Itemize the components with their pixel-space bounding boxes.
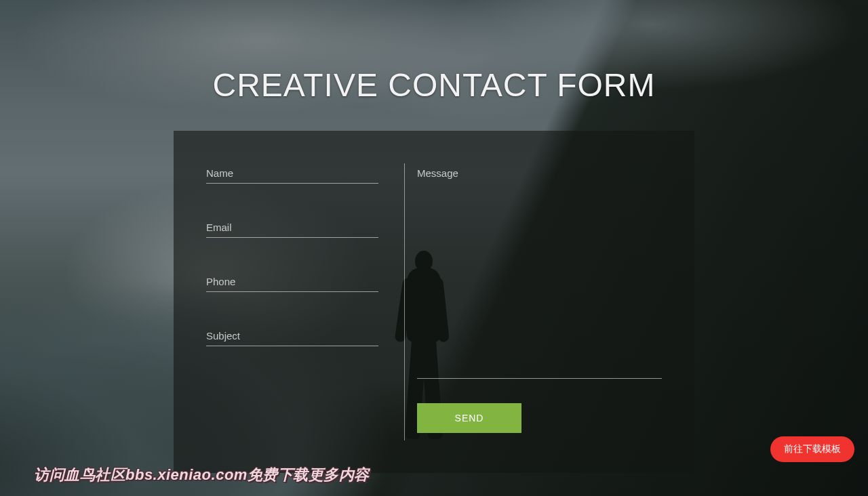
contact-card: SEND — [174, 131, 694, 473]
phone-input[interactable] — [206, 272, 378, 292]
form-right-column: SEND — [405, 163, 662, 440]
email-input[interactable] — [206, 218, 378, 238]
message-textarea[interactable] — [417, 163, 662, 379]
page-title: CREATIVE CONTACT FORM — [0, 66, 868, 104]
promo-watermark: 访问血鸟社区bbs.xieniao.com免费下载更多内容 — [34, 465, 370, 485]
send-button[interactable]: SEND — [417, 403, 521, 433]
download-template-button[interactable]: 前往下载模板 — [770, 436, 854, 462]
subject-input[interactable] — [206, 326, 378, 346]
form-left-column — [206, 163, 404, 440]
name-input[interactable] — [206, 163, 378, 184]
